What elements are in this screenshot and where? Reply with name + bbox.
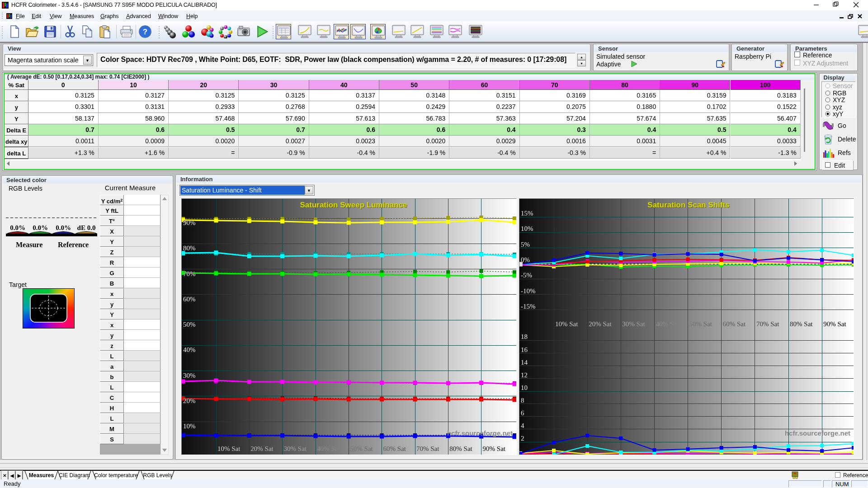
svg-text:0.0%: 0.0% bbox=[10, 224, 25, 231]
svg-text:40%: 40% bbox=[183, 346, 196, 353]
svg-text:12: 12 bbox=[521, 371, 528, 379]
svg-text:10% Sat: 10% Sat bbox=[217, 445, 241, 452]
svg-text:0%: 0% bbox=[521, 256, 530, 263]
svg-text:40% Sat: 40% Sat bbox=[317, 445, 340, 452]
svg-text:2: 2 bbox=[521, 435, 524, 442]
svg-text:50% Sat: 50% Sat bbox=[689, 320, 712, 328]
svg-text:80%: 80% bbox=[183, 244, 196, 252]
svg-text:20% Sat: 20% Sat bbox=[589, 320, 612, 328]
svg-text:0.0%: 0.0% bbox=[33, 224, 48, 231]
svg-text:18: 18 bbox=[521, 333, 528, 340]
svg-text:40% Sat: 40% Sat bbox=[656, 320, 679, 328]
svg-text:-15%: -15% bbox=[521, 303, 536, 310]
svg-text:15%: 15% bbox=[521, 210, 533, 217]
svg-text:10%: 10% bbox=[183, 422, 196, 430]
svg-text:Saturation Sweep Luminance: Saturation Sweep Luminance bbox=[300, 201, 407, 209]
svg-text:20%: 20% bbox=[183, 397, 196, 404]
svg-text:50%: 50% bbox=[183, 321, 196, 328]
svg-text:60% Sat: 60% Sat bbox=[723, 320, 746, 328]
svg-text:hcfr.sourceforge.net: hcfr.sourceforge.net bbox=[447, 429, 513, 437]
svg-text:20% Sat: 20% Sat bbox=[250, 445, 274, 452]
svg-text:70% Sat: 70% Sat bbox=[756, 320, 779, 328]
svg-text:80% Sat: 80% Sat bbox=[790, 320, 813, 328]
svg-text:70%: 70% bbox=[183, 270, 196, 277]
svg-text:30%: 30% bbox=[183, 372, 196, 379]
svg-text:14: 14 bbox=[521, 359, 528, 366]
svg-text:RGB Levels: RGB Levels bbox=[143, 472, 172, 479]
svg-text:-5%: -5% bbox=[521, 272, 532, 279]
svg-text:CIE Diagram: CIE Diagram bbox=[59, 472, 90, 479]
svg-text:70% Sat: 70% Sat bbox=[416, 445, 439, 452]
svg-text:4: 4 bbox=[521, 422, 524, 429]
svg-text:50% Sat: 50% Sat bbox=[350, 445, 373, 452]
svg-text:Saturation Scan Shifts: Saturation Scan Shifts bbox=[647, 201, 729, 209]
svg-text:16: 16 bbox=[521, 346, 528, 353]
svg-text:0.0%: 0.0% bbox=[56, 224, 71, 231]
svg-text:8: 8 bbox=[521, 397, 524, 404]
svg-text:30% Sat: 30% Sat bbox=[622, 320, 645, 328]
svg-text:hcfr.sourceforge.net: hcfr.sourceforge.net bbox=[785, 429, 850, 437]
svg-text:5%: 5% bbox=[521, 241, 530, 248]
svg-text:6: 6 bbox=[521, 409, 524, 417]
svg-text:90%: 90% bbox=[183, 219, 196, 226]
svg-text:10: 10 bbox=[521, 384, 528, 391]
svg-text:dE 0.0: dE 0.0 bbox=[77, 224, 96, 231]
svg-text:80% Sat: 80% Sat bbox=[449, 445, 472, 452]
svg-text:60% Sat: 60% Sat bbox=[383, 445, 406, 452]
svg-text:-10%: -10% bbox=[521, 287, 536, 295]
svg-text:Color temperature: Color temperature bbox=[94, 472, 138, 479]
svg-text:90% Sat: 90% Sat bbox=[483, 445, 506, 452]
svg-text:30% Sat: 30% Sat bbox=[284, 445, 307, 452]
svg-text:60%: 60% bbox=[183, 296, 196, 303]
svg-text:10% Sat: 10% Sat bbox=[555, 320, 578, 328]
svg-text:Measures: Measures bbox=[29, 472, 54, 479]
svg-text:90% Sat: 90% Sat bbox=[823, 320, 846, 328]
svg-text:10%: 10% bbox=[521, 225, 533, 232]
svg-text:?: ? bbox=[143, 28, 147, 36]
